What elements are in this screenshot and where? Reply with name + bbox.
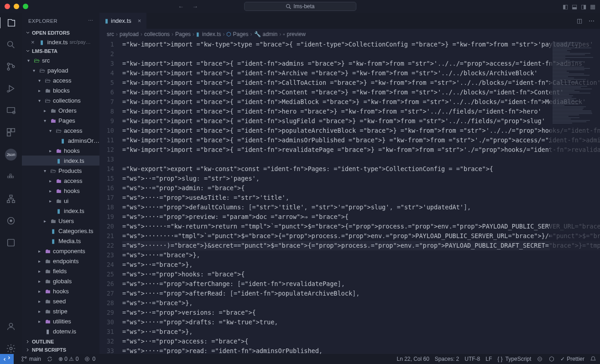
- cursor-position[interactable]: Ln 22, Col 60: [397, 356, 429, 362]
- eslint[interactable]: [548, 356, 555, 362]
- tree-item-fields[interactable]: ▸🖿fields: [22, 266, 99, 276]
- thunder-icon[interactable]: [5, 237, 16, 248]
- prettier[interactable]: ✓Prettier: [560, 356, 584, 362]
- svg-rect-12: [7, 133, 10, 136]
- breadcrumb-collections[interactable]: collections: [144, 31, 170, 37]
- svg-rect-22: [8, 239, 15, 246]
- section-open-editors[interactable]: OPEN EDITORS: [22, 29, 99, 37]
- tree-item-blocks[interactable]: ▸🖿blocks: [22, 85, 99, 95]
- maximize-window[interactable]: [23, 4, 28, 9]
- split-editor-icon[interactable]: ◫: [577, 17, 582, 24]
- source-control-icon[interactable]: [5, 61, 16, 72]
- tab-index-ts[interactable]: ▮ index.ts ×: [99, 13, 147, 29]
- tree-item-access[interactable]: ▾🗁access: [22, 75, 99, 85]
- problems[interactable]: ⊗ 0 ⚠ 0: [58, 356, 78, 362]
- tree-item-collections[interactable]: ▾🗁collections: [22, 95, 99, 105]
- json-icon[interactable]: Json: [5, 149, 17, 161]
- code-area[interactable]: 1234567891011121314151617181920212223242…: [99, 40, 600, 354]
- tree-item-index-ts[interactable]: ▮index.ts: [22, 206, 99, 216]
- notifications-icon[interactable]: [590, 356, 596, 362]
- tree-item-stripe[interactable]: ▸🖿stripe: [22, 306, 99, 316]
- tree-item-hooks[interactable]: ▸🖿hooks: [22, 146, 99, 156]
- close-tab-icon[interactable]: ×: [138, 17, 141, 24]
- tree-item-utilities[interactable]: ▸🖿utilities: [22, 316, 99, 326]
- tree-item-adminsor-[interactable]: ▮adminsOr…: [22, 135, 99, 146]
- tree-item-seed[interactable]: ▸🖿seed: [22, 296, 99, 306]
- tree-item-categories-ts[interactable]: ▮Categories.ts: [22, 226, 99, 236]
- settings-icon[interactable]: [5, 343, 16, 354]
- section-outline[interactable]: OUTLINE: [22, 338, 99, 346]
- indentation[interactable]: Spaces: 2: [435, 356, 459, 362]
- search-text: lms-beta: [293, 3, 314, 10]
- close-window[interactable]: [5, 4, 10, 9]
- nav-arrows: ← →: [178, 3, 198, 10]
- debug-icon[interactable]: [5, 83, 16, 94]
- explorer-icon[interactable]: [0, 17, 21, 28]
- remote-icon[interactable]: [5, 105, 16, 116]
- ports[interactable]: 0: [84, 356, 95, 362]
- tree-item-access[interactable]: ▸🖿access: [22, 176, 99, 186]
- svg-point-24: [10, 347, 12, 350]
- tree-item-ui[interactable]: ▸🖿ui: [22, 196, 99, 206]
- breadcrumb-admin[interactable]: 🔧 admin: [254, 31, 278, 37]
- close-editor-icon[interactable]: ×: [31, 39, 35, 46]
- tree-item-globals[interactable]: ▸🖿globals: [22, 276, 99, 286]
- svg-rect-18: [7, 201, 10, 203]
- tree-item-media-ts[interactable]: ▮Media.ts: [22, 236, 99, 246]
- tree-item-endpoints[interactable]: ▸🖿endpoints: [22, 256, 99, 266]
- tree-item-payload[interactable]: ▾🗁payload: [22, 65, 99, 75]
- toggle-sidebar-icon[interactable]: ◨: [581, 3, 586, 10]
- breadcrumb-payload[interactable]: payload: [120, 31, 139, 37]
- breadcrumb[interactable]: src›payload›collections›Pages›▮index.ts›…: [99, 29, 600, 40]
- section-npm[interactable]: NPM SCRIPTS: [22, 346, 99, 354]
- git-branch[interactable]: main: [21, 356, 41, 362]
- language-mode[interactable]: { }TypeScript: [497, 356, 531, 362]
- command-center[interactable]: lms-beta: [244, 2, 356, 11]
- nav-back-icon[interactable]: ←: [178, 3, 184, 10]
- svg-rect-17: [10, 195, 12, 198]
- git-sync[interactable]: [47, 356, 53, 362]
- file-tree[interactable]: ▾🗁src▾🗁payload▾🗁access▸🖿blocks▾🗁collecti…: [22, 55, 99, 338]
- breadcrumb-pages[interactable]: Pages: [175, 31, 191, 37]
- tree-item-dotenv-is[interactable]: ▮dotenv.is: [22, 326, 99, 336]
- customize-layout-icon[interactable]: ▦: [590, 3, 595, 10]
- tree-item-orders[interactable]: ▸🖿Orders: [22, 105, 99, 115]
- tree-item-hooks[interactable]: ▸🖿hooks: [22, 186, 99, 196]
- tree-item-src[interactable]: ▾🗁src: [22, 55, 99, 65]
- hierarchy-icon[interactable]: [5, 193, 16, 204]
- gitlens-icon[interactable]: [5, 215, 16, 226]
- svg-point-21: [10, 219, 12, 222]
- minimize-window[interactable]: [14, 4, 19, 9]
- search-icon[interactable]: [5, 39, 16, 50]
- docker-icon[interactable]: [5, 172, 16, 182]
- eol[interactable]: LF: [485, 356, 492, 362]
- breadcrumb-index.ts[interactable]: ▮index.ts: [196, 31, 221, 37]
- sidebar-more-icon[interactable]: ⋯: [88, 18, 94, 24]
- tree-item-access[interactable]: ▾🗁access: [22, 125, 99, 135]
- account-icon[interactable]: [5, 321, 16, 332]
- open-editor-item[interactable]: × ▮ index.ts src/pay…: [22, 37, 99, 47]
- go-live[interactable]: [537, 356, 543, 362]
- remote-button[interactable]: [0, 354, 14, 364]
- sidebar: EXPLORER ⋯ OPEN EDITORS × ▮ index.ts src…: [22, 13, 99, 354]
- tree-item-users[interactable]: ▸🖿Users: [22, 216, 99, 226]
- more-actions-icon[interactable]: ⋯: [589, 17, 595, 24]
- sidebar-header: EXPLORER ⋯: [22, 13, 99, 29]
- encoding[interactable]: UTF-8: [464, 356, 480, 362]
- tree-item-pages[interactable]: ▾🖿Pages: [22, 115, 99, 125]
- breadcrumb-src[interactable]: src: [107, 31, 114, 37]
- tree-item-index-ts[interactable]: ▮index.ts: [22, 156, 99, 166]
- extensions-icon[interactable]: [5, 127, 16, 138]
- tree-item-hooks[interactable]: ▸🖿hooks: [22, 286, 99, 296]
- tree-item-products[interactable]: ▾🗁Products: [22, 166, 99, 176]
- code-lines[interactable]: ="kw-import">import ="kw-type">type ="br…: [122, 40, 600, 354]
- breadcrumb-pages[interactable]: ⬡ Pages: [226, 31, 248, 37]
- toggle-panel-icon[interactable]: ◧: [563, 3, 568, 10]
- svg-rect-16: [12, 176, 14, 178]
- tree-item-components[interactable]: ▸🖿components: [22, 246, 99, 256]
- minimap[interactable]: [550, 40, 600, 354]
- section-project[interactable]: LMS-BETA: [22, 47, 99, 55]
- toggle-bottom-icon[interactable]: ⬓: [572, 3, 577, 10]
- nav-forward-icon[interactable]: →: [192, 3, 198, 10]
- breadcrumb-preview[interactable]: ▫ preview: [283, 31, 306, 37]
